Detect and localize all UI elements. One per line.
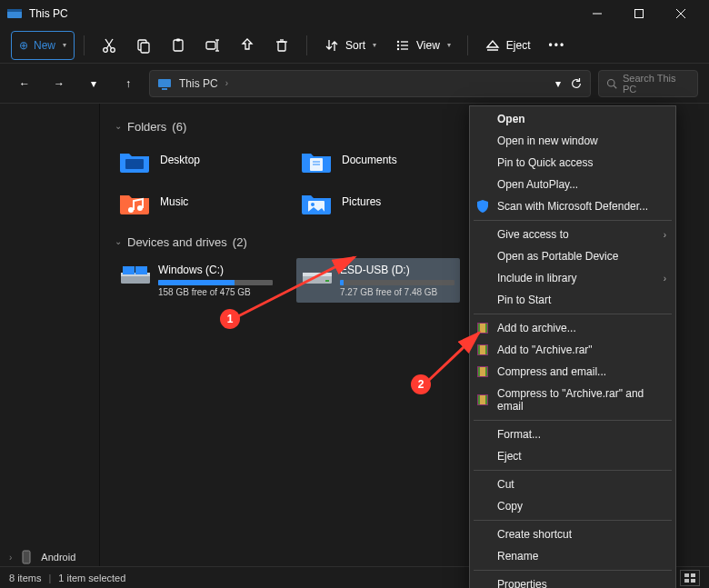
annotation-badge-1: 1 [220,309,240,329]
eject-button[interactable]: Eject [477,31,538,60]
ctx-rename[interactable]: Rename [470,545,675,567]
chevron-down-icon: ⌄ [115,121,122,131]
svg-rect-65 [684,573,689,577]
ctx-copy[interactable]: Copy [470,495,675,517]
ctx-properties[interactable]: Properties [470,573,675,588]
rename-button[interactable] [197,31,228,60]
pc-icon [157,76,172,91]
chevron-down-icon: ▾ [91,77,96,90]
svg-rect-11 [141,43,149,53]
chevron-right-icon[interactable]: › [225,78,228,88]
ctx-eject[interactable]: Eject [470,445,675,467]
toolbar: ⊕ New ▾ Sort ▾ View ▾ Eject ••• [0,27,709,64]
group-label: Devices and drives [127,235,227,249]
pictures-folder-icon [300,188,333,215]
svg-point-7 [111,47,115,52]
more-button[interactable]: ••• [542,31,574,60]
refresh-button[interactable] [570,77,583,90]
folder-pictures[interactable]: Pictures [296,184,460,219]
nav-forward-button[interactable]: → [45,70,73,97]
group-count: (2) [233,235,247,249]
svg-point-40 [311,203,315,206]
close-button[interactable] [660,0,702,27]
chevron-down-icon: ▾ [373,41,376,49]
svg-rect-1 [7,9,22,12]
maximize-button[interactable] [618,0,660,27]
nav-recent-button[interactable]: ▾ [80,70,107,97]
shield-icon [475,199,490,214]
rename-icon [205,37,221,54]
ctx-open-new-window[interactable]: Open in new window [470,130,675,152]
folder-label: Desktop [160,154,200,166]
ctx-give-access[interactable]: Give access to› [470,224,675,245]
desktop-folder-icon [118,146,151,174]
separator [474,314,672,314]
svg-rect-32 [23,551,30,563]
copy-button[interactable] [128,31,159,60]
paste-icon [170,37,186,54]
ctx-pin-start[interactable]: Pin to Start [470,289,675,311]
share-button[interactable] [232,31,263,60]
ctx-format[interactable]: Format... [470,424,675,445]
separator [474,470,672,471]
annotation-arrow-1 [218,250,400,332]
tree-item-android[interactable]: › Android [9,550,75,564]
separator [306,35,307,55]
chevron-right-icon: › [664,230,666,240]
nav-up-button[interactable]: ↑ [115,70,142,97]
separator [474,420,672,421]
trash-icon [274,37,290,54]
ctx-include-library[interactable]: Include in library› [470,267,675,289]
svg-rect-13 [176,38,180,41]
breadcrumb[interactable]: This PC [179,77,218,90]
titlebar: This PC [0,0,709,27]
ctx-create-shortcut[interactable]: Create shortcut [470,523,675,545]
cut-button[interactable] [94,31,125,60]
documents-folder-icon [300,146,333,174]
sort-label: Sort [345,39,365,52]
new-button[interactable]: ⊕ New ▾ [11,31,75,60]
svg-rect-28 [158,79,171,87]
folder-label: Music [160,195,188,208]
ctx-pin-quick-access[interactable]: Pin to Quick access [470,152,675,174]
ctx-scan-defender[interactable]: Scan with Microsoft Defender... [470,195,675,217]
cut-icon [101,37,117,54]
paste-button[interactable] [163,31,194,60]
folder-music[interactable]: Music [115,184,278,219]
svg-line-31 [614,85,616,88]
eject-icon [484,37,501,54]
separator: | [48,573,51,583]
ctx-open[interactable]: Open [470,108,675,130]
annotation-badge-2: 2 [411,374,431,394]
delete-button[interactable] [266,31,297,60]
minimize-button[interactable] [576,0,618,27]
music-folder-icon [118,188,151,215]
separator [84,35,85,55]
view-button[interactable]: View ▾ [387,31,458,60]
device-icon [19,550,34,564]
folder-label: Pictures [342,195,381,208]
svg-point-6 [104,47,108,52]
svg-rect-33 [125,159,144,169]
ctx-open-autoplay[interactable]: Open AutoPlay... [470,174,675,195]
folder-documents[interactable]: Documents [296,143,460,177]
ctx-cut[interactable]: Cut [470,473,675,495]
status-items: 8 items [9,573,41,583]
svg-rect-67 [684,579,689,583]
search-placeholder: Search This PC [623,73,690,95]
address-bar[interactable]: This PC › ▾ [149,70,591,97]
archive-icon [475,393,490,407]
ctx-open-portable[interactable]: Open as Portable Device [470,245,675,267]
nav-back-button[interactable]: ← [11,70,38,97]
folder-desktop[interactable]: Desktop [115,143,278,177]
svg-rect-68 [691,579,695,583]
search-input[interactable]: Search This PC [598,70,698,97]
separator [474,520,672,521]
view-thumbs-button[interactable] [680,570,700,586]
sort-button[interactable]: Sort ▾ [316,31,384,60]
nav-tree[interactable]: › Android [0,104,100,566]
app-icon [7,6,22,21]
navbar: ← → ▾ ↑ This PC › ▾ Search This PC [0,64,709,104]
tree-item-label: Android [41,552,75,563]
chevron-down-icon[interactable]: ▾ [555,77,561,90]
